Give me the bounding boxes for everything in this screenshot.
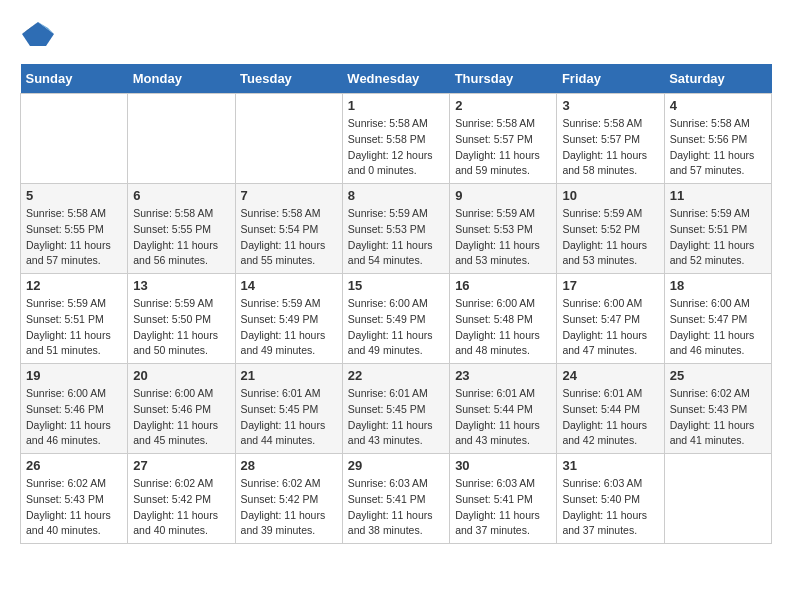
calendar-week-5: 26Sunrise: 6:02 AMSunset: 5:43 PMDayligh… (21, 454, 772, 544)
cell-info: Sunrise: 6:03 AMSunset: 5:41 PMDaylight:… (348, 476, 444, 539)
cell-info: Sunrise: 6:00 AMSunset: 5:46 PMDaylight:… (133, 386, 229, 449)
cell-info: Sunrise: 5:58 AMSunset: 5:58 PMDaylight:… (348, 116, 444, 179)
cell-info: Sunrise: 6:03 AMSunset: 5:40 PMDaylight:… (562, 476, 658, 539)
day-number: 18 (670, 278, 766, 293)
logo-icon (20, 20, 56, 48)
calendar-cell: 31Sunrise: 6:03 AMSunset: 5:40 PMDayligh… (557, 454, 664, 544)
calendar-cell: 9Sunrise: 5:59 AMSunset: 5:53 PMDaylight… (450, 184, 557, 274)
cell-info: Sunrise: 5:59 AMSunset: 5:49 PMDaylight:… (241, 296, 337, 359)
cell-info: Sunrise: 5:58 AMSunset: 5:56 PMDaylight:… (670, 116, 766, 179)
cell-info: Sunrise: 6:01 AMSunset: 5:45 PMDaylight:… (241, 386, 337, 449)
calendar-cell: 12Sunrise: 5:59 AMSunset: 5:51 PMDayligh… (21, 274, 128, 364)
cell-info: Sunrise: 5:59 AMSunset: 5:52 PMDaylight:… (562, 206, 658, 269)
calendar-cell: 28Sunrise: 6:02 AMSunset: 5:42 PMDayligh… (235, 454, 342, 544)
calendar-cell: 2Sunrise: 5:58 AMSunset: 5:57 PMDaylight… (450, 94, 557, 184)
calendar-cell: 8Sunrise: 5:59 AMSunset: 5:53 PMDaylight… (342, 184, 449, 274)
weekday-header-monday: Monday (128, 64, 235, 94)
calendar-cell: 27Sunrise: 6:02 AMSunset: 5:42 PMDayligh… (128, 454, 235, 544)
cell-info: Sunrise: 6:00 AMSunset: 5:46 PMDaylight:… (26, 386, 122, 449)
calendar-cell: 4Sunrise: 5:58 AMSunset: 5:56 PMDaylight… (664, 94, 771, 184)
calendar-cell: 18Sunrise: 6:00 AMSunset: 5:47 PMDayligh… (664, 274, 771, 364)
cell-info: Sunrise: 5:59 AMSunset: 5:51 PMDaylight:… (26, 296, 122, 359)
calendar-cell: 15Sunrise: 6:00 AMSunset: 5:49 PMDayligh… (342, 274, 449, 364)
calendar-cell: 1Sunrise: 5:58 AMSunset: 5:58 PMDaylight… (342, 94, 449, 184)
page-header (20, 20, 772, 48)
calendar-week-2: 5Sunrise: 5:58 AMSunset: 5:55 PMDaylight… (21, 184, 772, 274)
cell-info: Sunrise: 6:02 AMSunset: 5:43 PMDaylight:… (670, 386, 766, 449)
cell-info: Sunrise: 6:02 AMSunset: 5:42 PMDaylight:… (241, 476, 337, 539)
calendar-cell: 26Sunrise: 6:02 AMSunset: 5:43 PMDayligh… (21, 454, 128, 544)
day-number: 27 (133, 458, 229, 473)
day-number: 3 (562, 98, 658, 113)
calendar-cell: 20Sunrise: 6:00 AMSunset: 5:46 PMDayligh… (128, 364, 235, 454)
day-number: 6 (133, 188, 229, 203)
weekday-header-sunday: Sunday (21, 64, 128, 94)
cell-info: Sunrise: 6:02 AMSunset: 5:43 PMDaylight:… (26, 476, 122, 539)
day-number: 23 (455, 368, 551, 383)
calendar-week-3: 12Sunrise: 5:59 AMSunset: 5:51 PMDayligh… (21, 274, 772, 364)
cell-info: Sunrise: 5:58 AMSunset: 5:55 PMDaylight:… (133, 206, 229, 269)
calendar-cell (664, 454, 771, 544)
weekday-header-row: SundayMondayTuesdayWednesdayThursdayFrid… (21, 64, 772, 94)
cell-info: Sunrise: 6:02 AMSunset: 5:42 PMDaylight:… (133, 476, 229, 539)
calendar-cell: 25Sunrise: 6:02 AMSunset: 5:43 PMDayligh… (664, 364, 771, 454)
svg-marker-0 (22, 22, 54, 46)
cell-info: Sunrise: 5:58 AMSunset: 5:57 PMDaylight:… (455, 116, 551, 179)
calendar-cell: 6Sunrise: 5:58 AMSunset: 5:55 PMDaylight… (128, 184, 235, 274)
weekday-header-saturday: Saturday (664, 64, 771, 94)
calendar-week-1: 1Sunrise: 5:58 AMSunset: 5:58 PMDaylight… (21, 94, 772, 184)
cell-info: Sunrise: 5:58 AMSunset: 5:57 PMDaylight:… (562, 116, 658, 179)
day-number: 7 (241, 188, 337, 203)
cell-info: Sunrise: 6:01 AMSunset: 5:44 PMDaylight:… (455, 386, 551, 449)
cell-info: Sunrise: 6:00 AMSunset: 5:48 PMDaylight:… (455, 296, 551, 359)
calendar-cell: 5Sunrise: 5:58 AMSunset: 5:55 PMDaylight… (21, 184, 128, 274)
day-number: 29 (348, 458, 444, 473)
day-number: 15 (348, 278, 444, 293)
day-number: 28 (241, 458, 337, 473)
day-number: 25 (670, 368, 766, 383)
cell-info: Sunrise: 6:03 AMSunset: 5:41 PMDaylight:… (455, 476, 551, 539)
cell-info: Sunrise: 5:58 AMSunset: 5:54 PMDaylight:… (241, 206, 337, 269)
cell-info: Sunrise: 5:59 AMSunset: 5:50 PMDaylight:… (133, 296, 229, 359)
calendar-cell: 7Sunrise: 5:58 AMSunset: 5:54 PMDaylight… (235, 184, 342, 274)
day-number: 11 (670, 188, 766, 203)
day-number: 19 (26, 368, 122, 383)
calendar-cell: 11Sunrise: 5:59 AMSunset: 5:51 PMDayligh… (664, 184, 771, 274)
day-number: 24 (562, 368, 658, 383)
day-number: 9 (455, 188, 551, 203)
day-number: 2 (455, 98, 551, 113)
logo (20, 20, 60, 48)
calendar-cell: 14Sunrise: 5:59 AMSunset: 5:49 PMDayligh… (235, 274, 342, 364)
day-number: 8 (348, 188, 444, 203)
weekday-header-tuesday: Tuesday (235, 64, 342, 94)
day-number: 12 (26, 278, 122, 293)
day-number: 17 (562, 278, 658, 293)
cell-info: Sunrise: 6:00 AMSunset: 5:47 PMDaylight:… (670, 296, 766, 359)
cell-info: Sunrise: 6:01 AMSunset: 5:45 PMDaylight:… (348, 386, 444, 449)
calendar-cell: 3Sunrise: 5:58 AMSunset: 5:57 PMDaylight… (557, 94, 664, 184)
calendar-cell: 13Sunrise: 5:59 AMSunset: 5:50 PMDayligh… (128, 274, 235, 364)
calendar-cell (21, 94, 128, 184)
day-number: 22 (348, 368, 444, 383)
calendar-cell: 22Sunrise: 6:01 AMSunset: 5:45 PMDayligh… (342, 364, 449, 454)
cell-info: Sunrise: 6:01 AMSunset: 5:44 PMDaylight:… (562, 386, 658, 449)
day-number: 4 (670, 98, 766, 113)
weekday-header-friday: Friday (557, 64, 664, 94)
cell-info: Sunrise: 5:59 AMSunset: 5:51 PMDaylight:… (670, 206, 766, 269)
day-number: 16 (455, 278, 551, 293)
calendar-cell: 21Sunrise: 6:01 AMSunset: 5:45 PMDayligh… (235, 364, 342, 454)
calendar-week-4: 19Sunrise: 6:00 AMSunset: 5:46 PMDayligh… (21, 364, 772, 454)
cell-info: Sunrise: 5:58 AMSunset: 5:55 PMDaylight:… (26, 206, 122, 269)
calendar-cell: 29Sunrise: 6:03 AMSunset: 5:41 PMDayligh… (342, 454, 449, 544)
day-number: 1 (348, 98, 444, 113)
weekday-header-thursday: Thursday (450, 64, 557, 94)
calendar-cell: 17Sunrise: 6:00 AMSunset: 5:47 PMDayligh… (557, 274, 664, 364)
day-number: 20 (133, 368, 229, 383)
weekday-header-wednesday: Wednesday (342, 64, 449, 94)
calendar-cell: 24Sunrise: 6:01 AMSunset: 5:44 PMDayligh… (557, 364, 664, 454)
day-number: 30 (455, 458, 551, 473)
calendar-cell: 10Sunrise: 5:59 AMSunset: 5:52 PMDayligh… (557, 184, 664, 274)
day-number: 21 (241, 368, 337, 383)
calendar-table: SundayMondayTuesdayWednesdayThursdayFrid… (20, 64, 772, 544)
day-number: 26 (26, 458, 122, 473)
